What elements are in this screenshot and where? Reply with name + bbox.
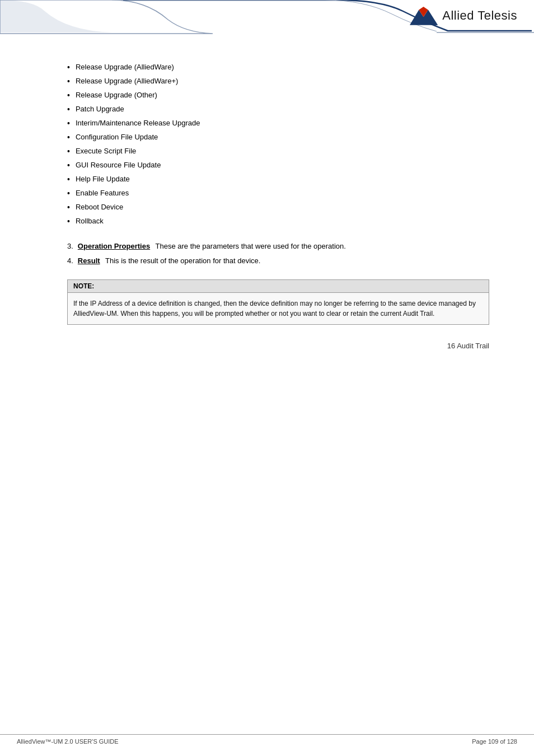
logo-area: Allied Telesis [410,6,517,25]
list-item: Release Upgrade (AlliedWare) [67,62,489,73]
numbered-item-4: 4. Result This is the result of the oper… [67,255,489,267]
logo-text: Allied Telesis [442,8,517,23]
list-item: Enable Features [67,188,489,199]
main-content: Release Upgrade (AlliedWare) Release Upg… [0,50,534,361]
footer-right: Page 109 of 128 [472,738,517,745]
note-body: If the IP Address of a device definition… [68,293,489,324]
list-item: Release Upgrade (Other) [67,90,489,101]
list-item: Release Upgrade (AlliedWare+) [67,76,489,87]
list-item: Patch Upgrade [67,104,489,115]
footer-left: AlliedView™-UM 2.0 USER'S GUIDE [17,738,119,745]
bullet-list: Release Upgrade (AlliedWare) Release Upg… [67,62,489,227]
list-item: Help File Update [67,174,489,185]
list-item: Interim/Maintenance Release Upgrade [67,118,489,129]
list-item: Execute Script File [67,146,489,157]
list-item: Rollback [67,216,489,227]
header: Allied Telesis [0,0,534,50]
footer: AlliedView™-UM 2.0 USER'S GUIDE Page 109… [0,734,534,745]
numbered-items: 3. Operation Properties These are the pa… [67,241,489,266]
note-box: NOTE: If the IP Address of a device defi… [67,279,489,325]
list-item: Reboot Device [67,202,489,213]
note-header: NOTE: [68,280,489,293]
page-label: 16 Audit Trail [67,342,489,350]
numbered-item-3: 3. Operation Properties These are the pa… [67,241,489,252]
list-item: Configuration File Update [67,132,489,143]
allied-telesis-logo-icon [410,6,438,25]
list-item: GUI Resource File Update [67,160,489,171]
